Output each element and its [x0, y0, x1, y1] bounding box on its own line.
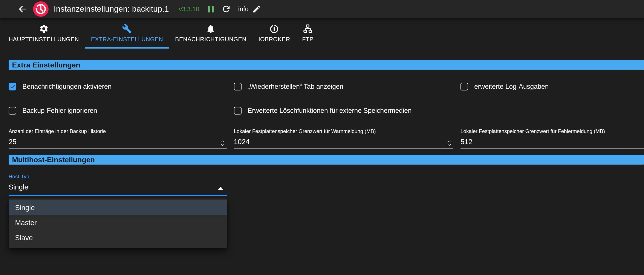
- arrow-left-icon: [17, 4, 28, 14]
- section-header-extra: Extra Einstellungen: [8, 60, 644, 70]
- settings-tab-bar: HAUPTEINSTELLUNGEN EXTRA-EINSTELLUNGEN B…: [0, 18, 644, 48]
- tab-haupteinstellungen[interactable]: HAUPTEINSTELLUNGEN: [2, 18, 85, 48]
- field-grenzwert-warnmeldung: Lokaler Festplattenspeicher Grenzwert fü…: [234, 128, 460, 149]
- number-input-row: Anzahl der Einträge in der Backup Histor…: [0, 128, 644, 149]
- number-stepper[interactable]: [220, 140, 225, 146]
- pause-icon: [212, 6, 214, 12]
- edit-button[interactable]: [252, 4, 261, 14]
- tab-label: EXTRA-EINSTELLUNGEN: [91, 36, 163, 43]
- checkbox-row: Backup-Fehler ignorieren Erweiterte Lösc…: [0, 107, 644, 114]
- number-stepper[interactable]: [447, 140, 452, 146]
- section-header-multihost: Multihost-Einstellungen: [8, 155, 644, 164]
- menu-item-label: Master: [15, 219, 37, 227]
- checkbox-box: [8, 83, 16, 90]
- gear-icon: [39, 24, 49, 34]
- tab-ftp[interactable]: FTP: [296, 18, 320, 48]
- menu-item-single[interactable]: Single: [8, 200, 227, 215]
- field-label: Anzahl der Einträge in der Backup Histor…: [8, 128, 234, 134]
- checkbox-erweiterte-log-ausgaben[interactable]: erweiterte Log-Ausgaben: [460, 83, 548, 90]
- host-type-value: Single: [8, 183, 28, 191]
- checkbox-label: Benachrichtigungen aktivieren: [22, 83, 112, 90]
- refresh-button[interactable]: [221, 4, 231, 14]
- checkbox-label: erweiterte Log-Ausgaben: [474, 83, 548, 90]
- tab-label: HAUPTEINSTELLUNGEN: [8, 36, 79, 43]
- lan-icon: [303, 24, 313, 34]
- checkbox-label: Backup-Fehler ignorieren: [22, 107, 97, 114]
- field-label: Lokaler Festplattenspeicher Grenzwert fü…: [234, 128, 460, 134]
- checkbox-benachrichtigungen-aktivieren[interactable]: Benachrichtigungen aktivieren: [8, 83, 112, 90]
- field-label: Lokaler Festplattenspeicher Grenzwert fü…: [460, 128, 644, 134]
- field-grenzwert-fehlermeldung: Lokaler Festplattenspeicher Grenzwert fü…: [460, 128, 644, 149]
- chevron-down-icon: [447, 144, 452, 146]
- back-button[interactable]: [17, 4, 28, 14]
- checkbox-label: „Wiederherstellen“ Tab anzeigen: [248, 83, 344, 90]
- tab-label: IOBROKER: [258, 36, 290, 43]
- grenzwert-fehlermeldung-input[interactable]: [460, 138, 644, 146]
- backup-historie-input[interactable]: [8, 138, 227, 146]
- tab-iobroker[interactable]: IOBROKER: [252, 18, 296, 48]
- info-link[interactable]: info: [238, 5, 248, 13]
- field-backup-historie: Anzahl der Einträge in der Backup Histor…: [8, 128, 234, 149]
- bell-icon: [206, 24, 216, 34]
- checkbox-erweiterte-loeschfunktionen[interactable]: Erweiterte Löschfunktionen für externe S…: [234, 107, 412, 114]
- tab-label: BENACHRICHTIGUNGEN: [175, 36, 246, 43]
- tab-label: FTP: [302, 36, 314, 43]
- checkbox-row: Benachrichtigungen aktivieren „Wiederher…: [0, 83, 644, 90]
- checkbox-label: Erweiterte Löschfunktionen für externe S…: [248, 107, 412, 114]
- pencil-icon: [252, 4, 261, 14]
- chevron-up-icon: [220, 140, 225, 143]
- checkbox-box: [8, 107, 16, 114]
- page-title: Instanzeinstellungen: backitup.1: [54, 4, 169, 14]
- tab-benachrichtigungen[interactable]: BENACHRICHTIGUNGEN: [169, 18, 252, 48]
- checkbox-box: [460, 83, 468, 90]
- tab-extra-einstellungen[interactable]: EXTRA-EINSTELLUNGEN: [85, 18, 169, 48]
- menu-item-slave[interactable]: Slave: [8, 230, 227, 245]
- host-type-select[interactable]: Single: [8, 183, 227, 196]
- wrench-icon: [122, 24, 132, 34]
- checkbox-box: [234, 83, 242, 90]
- instance-settings-screen: Instanzeinstellungen: backitup.1 v3.3.10…: [0, 0, 644, 275]
- chevron-up-icon: [447, 140, 452, 143]
- checkbox-box: [234, 107, 242, 114]
- pause-button[interactable]: [208, 6, 214, 12]
- menu-item-label: Slave: [15, 234, 33, 242]
- iobroker-icon: [269, 24, 279, 34]
- host-type-menu: Single Master Slave: [8, 198, 227, 248]
- adapter-version: v3.3.10: [179, 6, 199, 13]
- grenzwert-warnmeldung-input[interactable]: [234, 138, 454, 146]
- chevron-down-icon: [220, 144, 225, 146]
- caret-up-icon: [218, 187, 224, 190]
- host-type-label: Host-Typ: [8, 174, 644, 180]
- menu-item-master[interactable]: Master: [8, 215, 227, 230]
- checkbox-backup-fehler-ignorieren[interactable]: Backup-Fehler ignorieren: [8, 107, 97, 114]
- checkbox-wiederherstellen-tab[interactable]: „Wiederherstellen“ Tab anzeigen: [234, 83, 344, 90]
- host-type-block: Host-Typ Single Single Master Slave: [0, 174, 644, 248]
- backitup-logo: [33, 1, 48, 17]
- clock-icon: [33, 1, 48, 17]
- check-icon: [10, 84, 16, 90]
- menu-item-label: Single: [15, 204, 35, 212]
- app-bar: Instanzeinstellungen: backitup.1 v3.3.10…: [0, 0, 644, 18]
- refresh-icon: [221, 4, 231, 14]
- pause-icon: [208, 6, 210, 12]
- settings-content: Extra Einstellungen Benachrichtigungen a…: [0, 60, 644, 248]
